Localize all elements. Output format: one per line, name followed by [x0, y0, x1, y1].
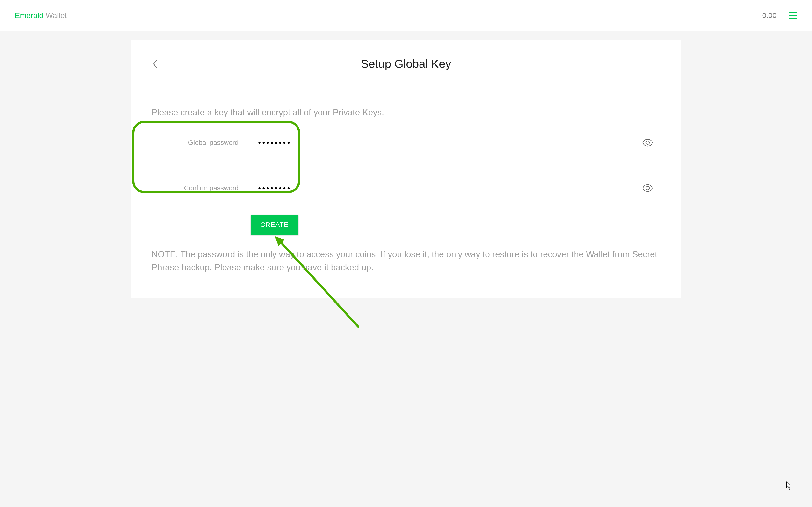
topbar: Emerald Wallet 0.00 — [0, 0, 812, 31]
global-password-row: Global password — [152, 131, 660, 155]
menu-icon[interactable] — [789, 12, 797, 19]
eye-icon — [642, 139, 653, 147]
page-title: Setup Global Key — [361, 57, 451, 70]
card-body: Please create a key that will encrypt al… — [131, 88, 681, 298]
setup-card: Setup Global Key Please create a key tha… — [131, 40, 681, 298]
svg-marker-3 — [275, 236, 285, 246]
topbar-right: 0.00 — [762, 11, 797, 19]
global-password-input-wrapper — [251, 131, 660, 155]
card-header: Setup Global Key — [131, 40, 681, 88]
eye-icon — [642, 184, 653, 192]
annotation-arrow — [271, 232, 361, 329]
confirm-password-label: Confirm password — [184, 184, 239, 192]
note-text: NOTE: The password is the only way to ac… — [152, 248, 660, 274]
create-button[interactable]: CREATE — [251, 215, 298, 235]
brand-wallet: Wallet — [44, 11, 67, 20]
balance-value: 0.00 — [762, 11, 776, 19]
back-button[interactable] — [150, 59, 160, 69]
brand-emerald: Emerald — [15, 11, 44, 20]
confirm-password-input-wrapper — [251, 176, 660, 200]
show-password-button[interactable] — [635, 139, 660, 147]
show-confirm-password-button[interactable] — [635, 184, 660, 192]
svg-point-0 — [646, 141, 649, 145]
mouse-cursor — [786, 482, 792, 490]
app-brand: Emerald Wallet — [15, 11, 67, 20]
global-password-label: Global password — [188, 139, 239, 146]
intro-text: Please create a key that will encrypt al… — [152, 107, 660, 118]
button-row: CREATE — [251, 215, 660, 235]
svg-point-1 — [646, 186, 649, 190]
confirm-password-row: Confirm password — [152, 176, 660, 200]
main-content: Setup Global Key Please create a key tha… — [0, 31, 812, 307]
confirm-password-input[interactable] — [251, 176, 635, 200]
chevron-left-icon — [153, 60, 158, 68]
global-password-input[interactable] — [251, 131, 635, 155]
